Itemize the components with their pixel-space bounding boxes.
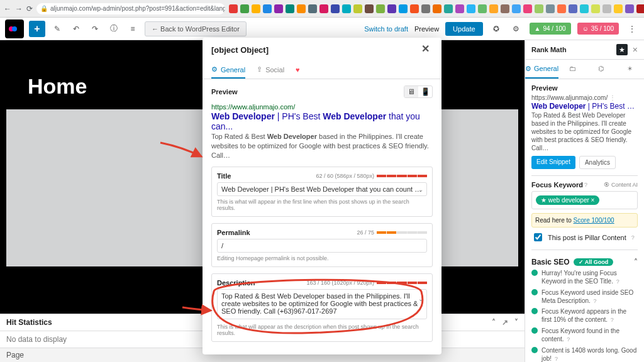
score-link[interactable]: Score 100/100 [574,217,614,224]
update-button[interactable]: Update [445,22,482,36]
chevron-down-icon[interactable]: ˅ [514,318,518,327]
pillar-checkbox[interactable]: This post is Pillar Content? [531,231,638,243]
preview-link[interactable]: Preview [414,25,439,33]
modal-tab-heart[interactable]: ♥ [296,62,300,79]
extension-icon[interactable] [512,4,521,13]
settings-gear-icon[interactable]: ⚙ [509,22,523,36]
address-bar[interactable]: 🔒 aljunmajo.com/wp-admin/post.php?post=9… [36,3,225,14]
device-toggle[interactable]: 🖥 📱 [404,85,433,98]
extension-icon[interactable] [387,4,396,13]
extension-icon[interactable] [546,4,555,13]
redo-icon[interactable]: ↷ [88,22,102,36]
extension-icon[interactable] [523,4,532,13]
score-notice: Read here to Score 100/100 [531,213,638,228]
site-logo[interactable] [5,19,24,38]
extension-icon[interactable] [489,4,498,13]
extension-icon[interactable] [557,4,566,13]
extension-icon[interactable] [274,4,283,13]
extension-icon[interactable] [399,4,408,13]
extension-icon[interactable] [297,4,306,13]
extension-icon[interactable] [467,4,475,13]
switch-to-draft-link[interactable]: Switch to draft [364,25,408,33]
check-dot-icon [531,270,538,276]
extension-icon[interactable] [478,4,487,13]
close-sidebar-icon[interactable]: × [633,45,638,55]
rankmath-score-pill[interactable]: ▲ 94 / 100 [530,23,571,35]
extension-icon[interactable] [614,4,623,13]
reload-icon[interactable]: ⟳ [26,4,33,13]
chevron-up-icon[interactable]: ˄ [634,258,638,266]
chevron-down-icon[interactable]: ⌄ [418,295,423,302]
description-input[interactable] [217,289,427,319]
add-block-button[interactable]: + [29,21,45,37]
chevron-down-icon[interactable]: ⌄ [418,185,423,192]
star-icon[interactable]: ★ [616,44,628,55]
url-text: aljunmajo.com/wp-admin/post.php?post=991… [50,5,225,12]
sidebar-tab-schema[interactable]: ⌬ [587,60,615,79]
check-dot-icon [531,347,538,353]
extension-icon[interactable] [569,4,577,13]
extension-icon[interactable] [501,4,509,13]
preview-title: Web Developer | PH's Best Web Developer … [211,111,433,131]
sidebar-title: Rank Math [531,46,567,53]
analytics-button[interactable]: Analytics [579,156,616,169]
sidebar-tab-social[interactable]: ✶ [616,60,644,79]
extension-icon[interactable] [252,4,260,13]
back-to-editor-button[interactable]: ← Back to WordPress Editor [145,21,247,36]
extension-icon[interactable] [331,4,340,13]
forward-icon[interactable]: → [15,4,23,13]
back-icon[interactable]: ← [4,4,11,13]
info-icon[interactable]: ⓘ [107,22,121,36]
extension-icon[interactable] [353,4,362,13]
extension-icon[interactable] [421,4,430,13]
modal-tab-general[interactable]: ⚙General [211,62,245,79]
close-icon[interactable]: ✕ [421,44,433,55]
extension-icon[interactable] [342,4,351,13]
extension-icon[interactable] [410,4,419,13]
extension-icon[interactable] [535,4,543,13]
extension-icon[interactable] [263,4,272,13]
undo-icon[interactable]: ↶ [69,22,83,36]
extension-icon[interactable] [319,4,328,13]
extension-icon[interactable] [229,4,238,13]
extension-icon[interactable] [365,4,374,13]
extension-icon[interactable] [591,4,600,13]
sidebar-tab-advanced[interactable]: 🗀 [558,60,587,79]
content-ai-button[interactable]: ⦿ Content AI [604,182,638,188]
permalink-field: Permalink 26 / 75 / Editing Homepage per… [211,223,433,267]
title-input[interactable]: Web Developer | PH's Best Web Developer … [217,182,427,196]
seo-check-item: Focus Keyword appears in the first 10% o… [531,307,638,324]
extension-icon[interactable] [444,4,453,13]
page-title[interactable]: Home [28,74,87,99]
yoast-icon[interactable]: ✪ [489,22,503,36]
extension-icon[interactable] [625,4,634,13]
chevron-up-icon[interactable]: ˄ [492,318,496,327]
more-icon[interactable]: ⋮ [625,22,639,36]
desktop-icon[interactable]: 🖥 [404,86,418,97]
extension-icon[interactable] [636,4,644,13]
preview-description: Top Rated & Best Web Developer based in … [211,132,433,160]
focus-keyword-input[interactable]: ★ web developer × [531,191,638,209]
external-icon[interactable]: ↗ [502,318,508,327]
edit-snippet-button[interactable]: Edit Snippet [531,156,575,169]
focus-keyword-tag[interactable]: ★ web developer × [536,195,599,205]
modal-tab-social[interactable]: ⇪Social [257,62,284,79]
extension-icon[interactable] [433,4,441,13]
pencil-icon[interactable]: ✎ [50,22,64,36]
sidebar-preview-desc: Top Rated & Best Web Developer based in … [531,111,638,152]
extension-icon[interactable] [286,4,294,13]
seo-check-item: Content is 1408 words long. Good job! ? [531,346,638,362]
outline-icon[interactable]: ≡ [126,22,140,36]
readability-score-pill[interactable]: ☺ 35 / 100 [577,23,619,35]
basic-seo-header[interactable]: Basic SEO ✓ All Good ˄ [531,258,638,266]
description-field: Description 163 / 160 (1020px / 920px) ⌄… [211,273,433,342]
sidebar-tab-general[interactable]: ⚙General [525,60,558,79]
mobile-icon[interactable]: 📱 [418,86,432,97]
extension-icon[interactable] [455,4,464,13]
extension-icon[interactable] [240,4,249,13]
extension-icon[interactable] [376,4,385,13]
permalink-input[interactable]: / [217,239,427,253]
extension-icon[interactable] [308,4,317,13]
extension-icon[interactable] [580,4,589,13]
extension-icon[interactable] [602,4,611,13]
